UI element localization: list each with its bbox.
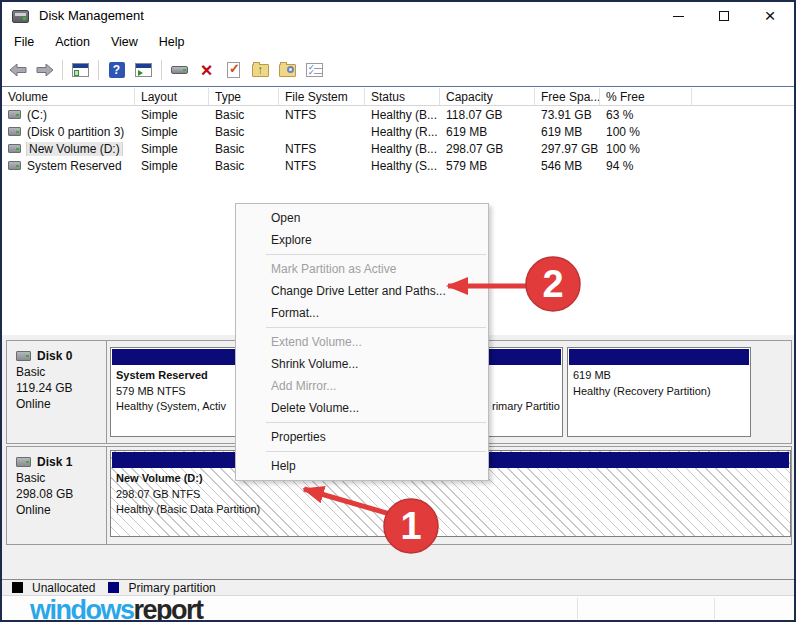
cell-status: Healthy (B... bbox=[365, 108, 440, 122]
cell-fs: NTFS bbox=[279, 159, 365, 173]
cell-status: Healthy (R... bbox=[365, 125, 440, 139]
forward-arrow-icon bbox=[36, 63, 54, 77]
volume-row-system-reserved[interactable]: System Reserved Simple Basic NTFS Health… bbox=[2, 157, 794, 174]
close-button[interactable]: × bbox=[752, 2, 788, 30]
disk-icon bbox=[16, 351, 31, 361]
task-list-button[interactable]: ✓✓ bbox=[305, 61, 324, 80]
disk0-name: Disk 0 bbox=[37, 348, 72, 364]
back-button[interactable] bbox=[8, 61, 27, 80]
menu-bar: File Action View Help bbox=[2, 30, 794, 54]
cell-layout: Simple bbox=[135, 159, 209, 173]
cell-status: Healthy (B... bbox=[365, 142, 440, 156]
menu-view[interactable]: View bbox=[111, 35, 138, 49]
menu-file[interactable]: File bbox=[14, 35, 34, 49]
disk0-state: Online bbox=[16, 396, 106, 412]
windowsreport-logo: windowsreport bbox=[30, 595, 203, 622]
legend-bar: Unallocated Primary partition bbox=[2, 579, 794, 595]
volume-row-disk0p3[interactable]: (Disk 0 partition 3) Simple Basic Health… bbox=[2, 123, 794, 140]
minimize-icon bbox=[673, 16, 684, 17]
col-capacity[interactable]: Capacity bbox=[440, 88, 535, 105]
help-button[interactable]: ? bbox=[107, 61, 126, 80]
explore-button[interactable] bbox=[278, 61, 297, 80]
cell-capacity: 579 MB bbox=[440, 159, 535, 173]
volume-icon bbox=[8, 161, 21, 170]
document-check-icon: ✓ bbox=[227, 62, 240, 78]
col-freespace[interactable]: Free Spa... bbox=[535, 88, 600, 105]
forward-button[interactable] bbox=[35, 61, 54, 80]
cell-free: 546 MB bbox=[535, 159, 600, 173]
menu-item-mark-partition-active: Mark Partition as Active bbox=[236, 258, 488, 280]
maximize-button[interactable] bbox=[706, 2, 742, 30]
title-bar: Disk Management × bbox=[2, 2, 794, 30]
minimize-button[interactable] bbox=[660, 2, 696, 30]
cell-type: Basic bbox=[209, 108, 279, 122]
cell-layout: Simple bbox=[135, 125, 209, 139]
statusbar-separator bbox=[577, 598, 578, 619]
menu-help[interactable]: Help bbox=[159, 35, 185, 49]
volume-row-new-volume-d[interactable]: New Volume (D:) Simple Basic NTFS Health… bbox=[2, 140, 794, 157]
partition-recovery[interactable]: 619 MB Healthy (Recovery Partition) bbox=[567, 347, 751, 437]
statusbar-separator bbox=[714, 598, 715, 619]
cell-status: Healthy (S... bbox=[365, 159, 440, 173]
disk-management-window: Disk Management × File Action View Help … bbox=[0, 0, 796, 622]
menu-item-format[interactable]: Format... bbox=[236, 302, 488, 324]
disk1-label[interactable]: Disk 1 Basic 298.08 GB Online bbox=[7, 447, 107, 544]
menu-item-delete-volume[interactable]: Delete Volume... bbox=[236, 397, 488, 419]
cell-pct: 100 % bbox=[600, 125, 692, 139]
folder-search-icon bbox=[279, 64, 296, 77]
legend-primary-partition-label: Primary partition bbox=[128, 581, 215, 595]
device-button[interactable] bbox=[170, 61, 189, 80]
toolbar-separator bbox=[161, 60, 162, 80]
disk-icon bbox=[16, 457, 31, 467]
menu-separator bbox=[266, 254, 486, 255]
volume-name-selected: New Volume (D:) bbox=[27, 142, 122, 156]
col-pctfree[interactable]: % Free bbox=[600, 88, 692, 105]
col-status[interactable]: Status bbox=[365, 88, 440, 105]
col-layout[interactable]: Layout bbox=[135, 88, 209, 105]
menu-item-shrink-volume[interactable]: Shrink Volume... bbox=[236, 353, 488, 375]
disk1-name: Disk 1 bbox=[37, 454, 72, 470]
volume-icon bbox=[8, 127, 21, 136]
col-type[interactable]: Type bbox=[209, 88, 279, 105]
delete-button[interactable]: × bbox=[197, 61, 216, 80]
disk1-size: 298.08 GB bbox=[16, 486, 106, 502]
show-console-tree-button[interactable] bbox=[71, 61, 90, 80]
show-action-pane-button[interactable] bbox=[134, 61, 153, 80]
partition-status: Healthy (Basic Data Partition) bbox=[116, 502, 788, 518]
partition-c-visible-text: rimary Partitio bbox=[492, 400, 562, 412]
cell-pct: 94 % bbox=[600, 159, 692, 173]
partition-size: 619 MB bbox=[573, 368, 748, 384]
menu-item-add-mirror: Add Mirror... bbox=[236, 375, 488, 397]
menu-item-open[interactable]: Open bbox=[236, 207, 488, 229]
col-filesystem[interactable]: File System bbox=[279, 88, 365, 105]
menu-item-explore[interactable]: Explore bbox=[236, 229, 488, 251]
disk1-state: Online bbox=[16, 502, 106, 518]
menu-item-properties[interactable]: Properties bbox=[236, 426, 488, 448]
validate-button[interactable]: ✓ bbox=[224, 61, 243, 80]
menu-item-change-drive-letter[interactable]: Change Drive Letter and Paths... bbox=[236, 280, 488, 302]
cell-layout: Simple bbox=[135, 142, 209, 156]
partition-size: 298.07 GB NTFS bbox=[116, 487, 788, 503]
menu-item-help[interactable]: Help bbox=[236, 455, 488, 477]
cell-free: 619 MB bbox=[535, 125, 600, 139]
menu-action[interactable]: Action bbox=[55, 35, 90, 49]
open-button[interactable]: ↑ bbox=[251, 61, 270, 80]
disk0-label[interactable]: Disk 0 Basic 119.24 GB Online bbox=[7, 341, 107, 443]
col-volume[interactable]: Volume bbox=[2, 88, 135, 105]
col-filler bbox=[692, 88, 794, 105]
logo-windows: windows bbox=[30, 595, 134, 622]
back-arrow-icon bbox=[9, 63, 27, 77]
help-icon: ? bbox=[109, 62, 125, 78]
primary-partition-swatch bbox=[108, 582, 119, 593]
partition-context-menu: Open Explore Mark Partition as Active Ch… bbox=[235, 203, 489, 481]
cell-fs: NTFS bbox=[279, 108, 365, 122]
cell-free: 297.97 GB bbox=[535, 142, 600, 156]
unallocated-swatch bbox=[12, 582, 23, 593]
window-title: Disk Management bbox=[39, 8, 144, 23]
menu-separator bbox=[266, 451, 486, 452]
task-list-icon: ✓✓ bbox=[306, 63, 323, 77]
volume-row-c[interactable]: (C:) Simple Basic NTFS Healthy (B... 118… bbox=[2, 106, 794, 123]
menu-separator bbox=[266, 327, 486, 328]
menu-item-extend-volume: Extend Volume... bbox=[236, 331, 488, 353]
disk1-kind: Basic bbox=[16, 470, 106, 486]
